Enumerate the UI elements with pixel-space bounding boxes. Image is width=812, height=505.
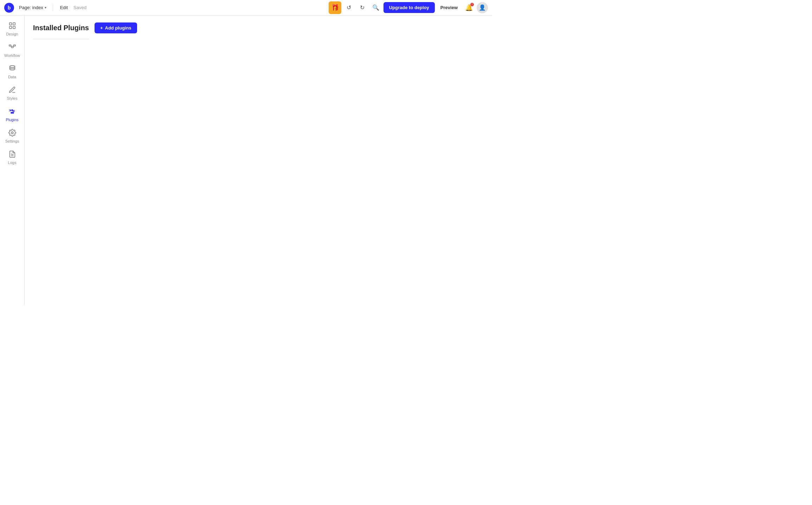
preview-button[interactable]: Preview: [437, 2, 461, 13]
svg-point-11: [11, 132, 13, 134]
notifications-button[interactable]: 🔔 7: [463, 2, 475, 13]
plugins-icon: [8, 107, 16, 116]
svg-point-9: [9, 66, 15, 68]
sidebar-label-plugins: Plugins: [6, 118, 18, 122]
sidebar-item-design[interactable]: Design: [0, 18, 24, 40]
sidebar-label-design: Design: [6, 32, 18, 36]
sidebar-label-data: Data: [8, 75, 16, 79]
svg-rect-2: [9, 26, 11, 28]
sidebar-item-styles[interactable]: Styles: [0, 83, 24, 104]
logs-icon: [8, 150, 16, 159]
sidebar-item-data[interactable]: Data: [0, 61, 24, 83]
redo-icon: ↻: [360, 4, 365, 11]
sidebar-item-workflow[interactable]: Workflow: [0, 40, 24, 61]
header-divider: [53, 4, 53, 11]
content-divider: [33, 39, 89, 39]
svg-rect-10: [11, 112, 14, 114]
user-icon: 👤: [479, 4, 486, 11]
notification-badge: 7: [470, 3, 474, 6]
search-button[interactable]: 🔍: [370, 2, 381, 13]
sidebar-item-logs[interactable]: Logs: [0, 147, 24, 168]
page-selector[interactable]: Page: index ▾: [17, 4, 49, 12]
svg-rect-0: [9, 23, 11, 25]
sidebar-item-settings[interactable]: Settings: [0, 125, 24, 147]
data-icon: [8, 65, 16, 73]
sidebar-label-settings: Settings: [5, 139, 19, 143]
search-icon: 🔍: [372, 4, 379, 11]
sidebar-label-logs: Logs: [8, 160, 17, 165]
sidebar-label-workflow: Workflow: [4, 53, 20, 58]
settings-icon: [8, 129, 16, 138]
app-logo[interactable]: b: [4, 3, 14, 13]
app-header: b Page: index ▾ Edit Saved 🎁 ↺ ↻ 🔍 Upgra…: [0, 0, 492, 15]
svg-line-7: [11, 45, 11, 47]
main-layout: Design Workflow: [0, 15, 492, 305]
redo-button[interactable]: ↻: [357, 2, 368, 13]
styles-icon: [8, 86, 16, 95]
add-plugins-label: Add plugins: [105, 25, 131, 31]
undo-icon: ↺: [347, 4, 351, 11]
edit-button[interactable]: Edit: [57, 4, 71, 12]
page-label: Page: index: [19, 5, 43, 10]
gift-button[interactable]: 🎁: [329, 1, 341, 14]
main-content: Installed Plugins + Add plugins: [25, 15, 492, 305]
design-icon: [8, 22, 16, 31]
svg-rect-6: [13, 45, 15, 46]
content-header: Installed Plugins + Add plugins: [33, 22, 484, 33]
page-title: Installed Plugins: [33, 24, 89, 32]
sidebar-item-plugins[interactable]: Plugins: [0, 104, 24, 125]
svg-rect-3: [13, 26, 15, 28]
user-avatar[interactable]: 👤: [477, 2, 488, 13]
sidebar-label-styles: Styles: [7, 96, 18, 100]
chevron-down-icon: ▾: [45, 6, 46, 9]
sidebar: Design Workflow: [0, 15, 25, 305]
plus-icon: +: [100, 25, 103, 31]
saved-status: Saved: [73, 5, 86, 10]
gift-icon: 🎁: [331, 4, 339, 12]
header-actions: 🎁 ↺ ↻ 🔍 Upgrade to deploy Preview 🔔 7: [329, 1, 488, 14]
svg-rect-1: [13, 23, 15, 25]
svg-line-8: [13, 45, 13, 47]
svg-rect-4: [9, 45, 11, 46]
add-plugins-button[interactable]: + Add plugins: [95, 22, 137, 33]
workflow-icon: [8, 43, 16, 52]
undo-button[interactable]: ↺: [343, 2, 355, 13]
upgrade-button[interactable]: Upgrade to deploy: [384, 2, 435, 13]
svg-rect-5: [11, 46, 13, 48]
